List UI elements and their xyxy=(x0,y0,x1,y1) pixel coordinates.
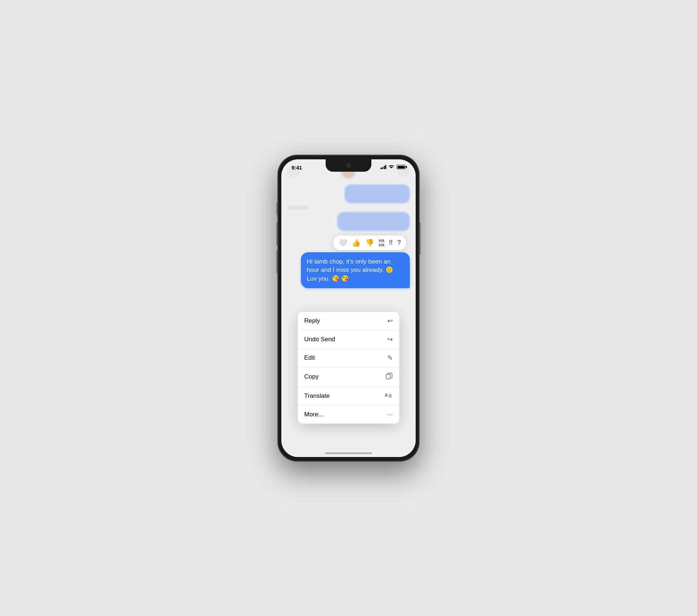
reaction-thumbsup[interactable]: 👍 xyxy=(352,238,361,247)
menu-item-reply[interactable]: Reply ↩ xyxy=(298,312,399,330)
message-text: Hi lamb chop, it's only been an hour and… xyxy=(307,258,393,282)
signal-bars xyxy=(380,165,387,169)
wifi-icon xyxy=(388,164,394,170)
menu-item-more-label: More... xyxy=(304,411,323,418)
volume-down-button xyxy=(277,250,278,273)
reaction-thumbsdown[interactable]: 👎 xyxy=(365,238,374,247)
menu-item-more[interactable]: More... ··· xyxy=(298,406,399,424)
context-menu: Reply ↩ Undo Send ↩ Edit ✎ Copy xyxy=(298,312,399,424)
menu-item-undo-label: Undo Send xyxy=(304,336,335,343)
svg-rect-0 xyxy=(386,374,390,379)
menu-item-reply-label: Reply xyxy=(304,317,320,325)
svg-text:文: 文 xyxy=(388,394,392,398)
phone-device: 9:41 xyxy=(278,155,419,461)
copy-icon xyxy=(386,372,393,382)
message-bubble: Hi lamb chop, it's only been an hour and… xyxy=(301,252,410,288)
camera xyxy=(346,163,351,168)
active-message-area: 🤍 👍 👎 HAHA ‼ ? Hi lamb chop, it's only b… xyxy=(287,236,410,289)
status-icons xyxy=(380,164,406,170)
phone-screen: 9:41 xyxy=(281,159,416,457)
translate-icon: A 文 xyxy=(385,392,393,400)
volume-up-button xyxy=(277,222,278,245)
menu-item-copy[interactable]: Copy xyxy=(298,367,399,387)
undo-icon: ↩ xyxy=(387,335,393,343)
reaction-emphasize[interactable]: ‼ xyxy=(389,239,393,246)
notch xyxy=(326,159,371,172)
reaction-bar[interactable]: 🤍 👍 👎 HAHA ‼ ? xyxy=(333,236,406,250)
more-icon: ··· xyxy=(387,411,393,419)
reaction-question[interactable]: ? xyxy=(397,239,401,246)
battery-icon xyxy=(396,165,405,169)
menu-item-translate[interactable]: Translate A 文 xyxy=(298,387,399,406)
menu-item-edit[interactable]: Edit ✎ xyxy=(298,349,399,367)
power-button xyxy=(419,222,420,255)
reaction-haha[interactable]: HAHA xyxy=(379,238,384,247)
menu-item-edit-label: Edit xyxy=(304,354,315,362)
mute-button xyxy=(277,202,278,215)
reply-icon: ↩ xyxy=(387,317,393,325)
svg-text:A: A xyxy=(385,393,388,398)
home-indicator xyxy=(325,452,372,454)
status-time: 9:41 xyxy=(292,164,302,171)
menu-item-translate-label: Translate xyxy=(304,392,330,400)
edit-icon: ✎ xyxy=(387,354,393,362)
menu-item-undo-send[interactable]: Undo Send ↩ xyxy=(298,330,399,349)
menu-item-copy-label: Copy xyxy=(304,373,319,380)
reaction-heart[interactable]: 🤍 xyxy=(338,238,347,247)
